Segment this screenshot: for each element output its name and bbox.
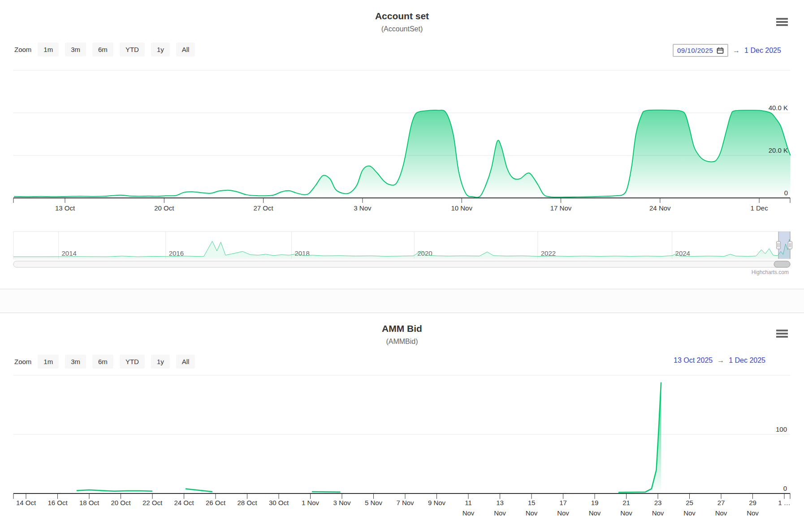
x-axis-label: 17 Nov xyxy=(550,204,572,212)
y-axis-label: 40.0 K xyxy=(769,104,788,112)
x-axis-label: 13 Oct xyxy=(55,204,75,212)
x-axis-label: Nov xyxy=(652,509,664,517)
zoom-button-all[interactable]: All xyxy=(176,355,195,369)
range-selector: 09/10/2025 → 1 Dec 2025 xyxy=(673,44,781,57)
x-axis-label: 19 xyxy=(591,499,599,506)
zoom-button-1y[interactable]: 1y xyxy=(151,355,170,369)
zoom-button-all[interactable]: All xyxy=(176,43,195,56)
series-line xyxy=(312,492,341,492)
x-axis-label: 27 Oct xyxy=(254,204,274,212)
x-axis-label: 11 xyxy=(465,499,472,506)
series-line xyxy=(618,382,661,493)
context-menu-icon[interactable] xyxy=(776,330,788,339)
x-axis-label: Nov xyxy=(715,509,727,517)
zoom-label: Zoom xyxy=(14,46,31,53)
x-axis-label: 14 Oct xyxy=(16,499,36,506)
x-axis-label: 26 Oct xyxy=(206,499,226,506)
amm-bid-plot: 14 Oct16 Oct18 Oct20 Oct22 Oct24 Oct26 O… xyxy=(0,313,804,532)
x-axis-label: 16 Oct xyxy=(48,499,68,506)
navigator-year-label: 2014 xyxy=(62,249,77,257)
y-axis-label: 100 xyxy=(776,425,787,433)
x-axis-label: 27 xyxy=(718,499,725,506)
range-zoom-toolbar-2: Zoom 1m3m6mYTD1yAll xyxy=(14,355,195,369)
highcharts-credit[interactable]: Highcharts.com xyxy=(752,269,789,275)
x-axis-label: 24 Nov xyxy=(649,204,671,212)
chart-subtitle-2: (AMMBid) xyxy=(0,338,804,346)
navigator-handle[interactable] xyxy=(788,241,792,249)
range-selector-2: 13 Oct 2025 → 1 Dec 2025 xyxy=(674,356,765,365)
range-from-date-input[interactable]: 09/10/2025 xyxy=(673,44,728,57)
x-axis-label: 24 Oct xyxy=(174,499,194,506)
x-axis-label: 1 Dec xyxy=(751,204,769,212)
x-axis-label: 23 xyxy=(654,499,662,506)
range-zoom-toolbar: Zoom 1m3m6mYTD1yAll xyxy=(14,43,195,56)
zoom-button-6m[interactable]: 6m xyxy=(92,355,113,369)
x-axis-label: 30 Oct xyxy=(269,499,289,506)
x-axis-label: 15 xyxy=(528,499,536,506)
y-axis-label: 0 xyxy=(784,189,788,197)
scrollbar-track[interactable] xyxy=(13,261,790,267)
account-set-chart-card: 13 Oct20 Oct27 Oct3 Nov10 Nov17 Nov24 No… xyxy=(0,0,804,289)
series-area xyxy=(14,110,790,198)
zoom-button-1m[interactable]: 1m xyxy=(38,43,59,56)
x-axis-label: 5 Nov xyxy=(365,499,383,506)
page-title: Account set xyxy=(0,11,804,21)
y-axis-label: 0 xyxy=(783,485,787,492)
zoom-label: Zoom xyxy=(14,358,31,365)
x-axis-label: 28 Oct xyxy=(237,499,257,506)
x-axis-label: Nov xyxy=(463,509,475,517)
x-axis-label: 25 xyxy=(686,499,693,506)
zoom-button-3m[interactable]: 3m xyxy=(65,355,86,369)
zoom-button-ytd[interactable]: YTD xyxy=(120,355,145,369)
navigator-year-label: 2016 xyxy=(169,249,184,257)
context-menu-icon[interactable] xyxy=(776,18,788,27)
x-axis-label: 21 xyxy=(622,499,630,506)
x-axis-label: 17 xyxy=(559,499,567,506)
x-axis-label: 20 Oct xyxy=(111,499,131,506)
range-to-button[interactable]: 1 Dec 2025 xyxy=(729,356,765,365)
zoom-button-1y[interactable]: 1y xyxy=(151,43,170,56)
x-axis-label: Nov xyxy=(494,509,506,517)
x-axis-label: Nov xyxy=(557,509,569,517)
calendar-icon[interactable] xyxy=(717,47,724,54)
x-axis-label: 20 Oct xyxy=(154,204,174,212)
range-from-button[interactable]: 13 Oct 2025 xyxy=(674,356,713,365)
zoom-buttons: 1m3m6mYTD1yAll xyxy=(38,43,195,56)
range-from-value: 09/10/2025 xyxy=(677,47,713,54)
x-axis-label: 22 Oct xyxy=(143,499,163,506)
range-to-button[interactable]: 1 Dec 2025 xyxy=(744,47,781,55)
x-axis-label: 3 Nov xyxy=(354,204,372,212)
zoom-buttons: 1m3m6mYTD1yAll xyxy=(38,355,195,369)
x-axis-label: 10 Nov xyxy=(451,204,472,212)
x-axis-label: Nov xyxy=(620,509,632,517)
y-axis-label: 20.0 K xyxy=(769,146,788,154)
zoom-button-1m[interactable]: 1m xyxy=(38,355,59,369)
amm-bid-chart-card: 14 Oct16 Oct18 Oct20 Oct22 Oct24 Oct26 O… xyxy=(0,313,804,532)
navigator-series-area xyxy=(13,239,790,258)
x-axis-label: Nov xyxy=(683,509,696,517)
zoom-button-ytd[interactable]: YTD xyxy=(120,43,145,56)
x-axis-label: Nov xyxy=(526,509,538,517)
x-axis-label: Nov xyxy=(589,509,601,517)
chart-title-2: AMM Bid xyxy=(0,323,804,334)
scrollbar-thumb[interactable] xyxy=(774,261,790,267)
zoom-button-6m[interactable]: 6m xyxy=(92,43,113,56)
x-axis-label: 7 Nov xyxy=(396,499,414,506)
charts-divider xyxy=(0,289,804,313)
x-axis-label: 1 Nov xyxy=(302,499,320,506)
x-axis-label: 29 xyxy=(749,499,756,506)
x-axis-label: 18 Oct xyxy=(79,499,99,506)
range-arrow: → xyxy=(733,47,740,55)
x-axis-label: 9 Nov xyxy=(428,499,446,506)
x-axis-label: 3 Nov xyxy=(333,499,351,506)
dashboard: { "charts": [ { "title": "Account set", … xyxy=(0,0,804,532)
range-arrow: → xyxy=(717,356,724,365)
navigator-handle[interactable] xyxy=(777,241,781,249)
x-axis-label: 13 xyxy=(496,499,504,506)
x-axis-label: Nov xyxy=(747,509,759,517)
zoom-button-3m[interactable]: 3m xyxy=(65,43,86,56)
chart-subtitle: (AccountSet) xyxy=(0,25,804,33)
navigator-series-line xyxy=(13,239,790,257)
x-axis-label: 1 … xyxy=(778,499,791,506)
